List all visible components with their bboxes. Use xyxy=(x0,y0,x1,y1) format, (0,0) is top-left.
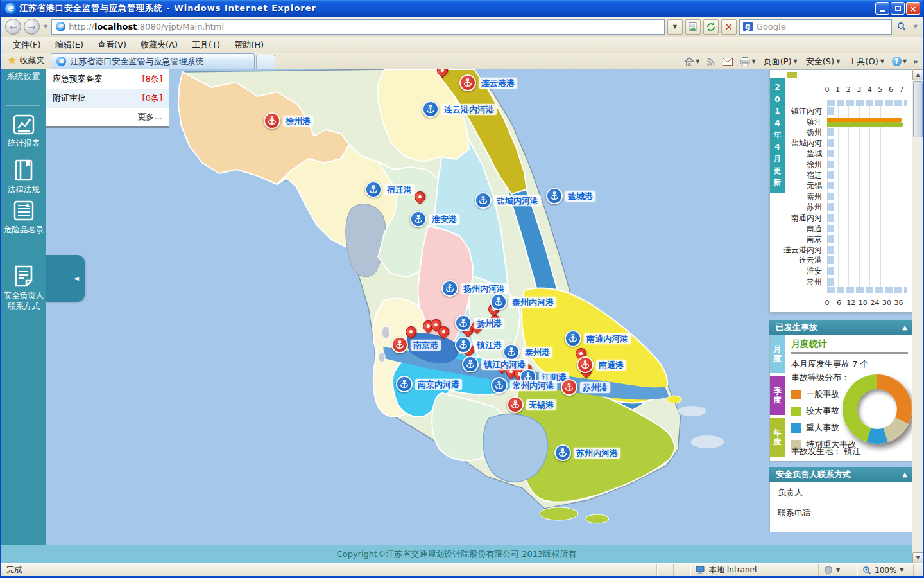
port-label: 苏州内河港 xyxy=(574,448,620,459)
active-tab[interactable]: e 江苏省港口安全监管与应急管理系统 xyxy=(51,53,255,69)
sidebar-item-2[interactable]: 危险品名录 xyxy=(1,200,46,235)
port-label: 南京内河港 xyxy=(415,379,462,390)
port-marker[interactable]: 南通港 xyxy=(577,356,626,373)
axis-tick-label: 5 xyxy=(878,85,882,94)
search-placeholder: Google xyxy=(757,22,786,31)
chart-category-label: 苏州 xyxy=(770,202,825,213)
home-button[interactable]: ▼ xyxy=(681,56,702,67)
url-dropdown-button[interactable]: ▼ xyxy=(667,19,683,35)
port-marker[interactable]: 宿迁港 xyxy=(365,181,415,198)
port-marker[interactable]: 盐城内河港 xyxy=(475,192,541,209)
menu-item-4[interactable]: 工具(T) xyxy=(185,37,227,53)
period-tab-1[interactable]: 季度 xyxy=(770,376,785,415)
period-tab-0[interactable]: 月度 xyxy=(770,335,785,373)
collapse-up-icon[interactable]: ▲ xyxy=(902,471,907,478)
tab-favicon: e xyxy=(56,57,66,66)
close-button[interactable]: × xyxy=(906,2,920,15)
port-marker[interactable]: 南通内河港 xyxy=(565,330,631,347)
quick-link-row-0[interactable]: 应急预案备案[8条] xyxy=(46,69,169,89)
legend-swatch xyxy=(791,423,801,433)
sidebar-item-1[interactable]: 法律法规 xyxy=(1,159,46,195)
restore-button[interactable] xyxy=(891,2,905,15)
row-stub xyxy=(827,128,834,136)
incident-donut-chart xyxy=(843,374,912,444)
history-dropdown-icon[interactable]: ▼ xyxy=(44,24,47,30)
scroll-up-arrow[interactable]: ▲ xyxy=(912,69,923,80)
port-marker[interactable]: 常州内河港 xyxy=(491,377,557,394)
period-tab-2[interactable]: 年度 xyxy=(770,418,785,457)
page-scrollbar[interactable]: ▲ ▼ xyxy=(912,69,923,563)
row-stub xyxy=(827,246,834,254)
safety-menu-button[interactable]: 安全(S)▼ xyxy=(803,55,844,69)
search-options-dropdown-icon[interactable]: ▼ xyxy=(914,24,918,30)
port-marker[interactable]: 镇江内河港 xyxy=(462,356,528,372)
sidebar-collapse-tab[interactable]: ◄ xyxy=(46,255,85,302)
axis-tick-label: 1 xyxy=(835,85,840,94)
feeds-button[interactable] xyxy=(704,56,718,67)
port-marker[interactable]: 徐州港 xyxy=(264,112,313,129)
port-marker[interactable]: 淮安港 xyxy=(410,211,459,227)
forward-button[interactable]: → xyxy=(24,19,40,35)
url-field[interactable]: e http://localhost:8080/yjpt/Main.html xyxy=(51,19,665,35)
port-marker[interactable]: 苏州港 xyxy=(561,379,610,396)
port-marker[interactable]: 连云港港 xyxy=(459,74,517,91)
zoom-control[interactable]: 100% ▼ xyxy=(857,564,914,576)
port-marker[interactable]: 连云港内河港 xyxy=(422,101,497,118)
favorites-button[interactable]: ★ 收藏夹 xyxy=(1,53,51,69)
stop-button[interactable]: ✕ xyxy=(721,19,737,35)
port-marker[interactable]: 盐城港 xyxy=(546,188,595,204)
port-marker[interactable]: 无锡港 xyxy=(507,396,556,413)
minimize-button[interactable] xyxy=(875,2,889,15)
sidebar-item-system-settings[interactable]: 系统设置 xyxy=(1,69,46,82)
sidebar-item-label: 危险品名录 xyxy=(1,224,46,235)
menu-item-5[interactable]: 帮助(H) xyxy=(228,37,270,53)
menu-item-0[interactable]: 文件(F) xyxy=(6,37,47,53)
menu-item-3[interactable]: 收藏夹(A) xyxy=(134,37,184,53)
page-menu-button[interactable]: 页面(P)▼ xyxy=(760,55,801,69)
url-text: http://localhost:8080/yjpt/Main.html xyxy=(69,22,224,31)
resize-grip[interactable] xyxy=(914,564,923,576)
scrollbar-thumb[interactable] xyxy=(913,81,923,137)
scroll-down-arrow[interactable]: ▼ xyxy=(912,552,923,563)
security-zone: 本地 Intranet xyxy=(690,564,819,576)
chart-category-label: 无锡 xyxy=(770,180,825,191)
axis-tick-label: 7 xyxy=(899,85,903,94)
port-marker[interactable]: 扬州港 xyxy=(455,315,504,331)
collapse-up-icon[interactable]: ▲ xyxy=(902,324,907,331)
ie-icon: e xyxy=(5,3,16,14)
menu-item-2[interactable]: 查看(V) xyxy=(91,37,133,53)
print-button[interactable]: ▼ xyxy=(737,56,758,67)
row-stub xyxy=(827,267,834,275)
contact-panel-header[interactable]: 安全负责人联系方式 ▲ xyxy=(769,467,914,482)
toolbar-overflow-chevron[interactable]: » xyxy=(911,57,920,66)
quick-link-label: 应急预案备案 xyxy=(53,73,103,85)
axis-tick-label: 0 xyxy=(825,85,830,94)
chart-plot-area xyxy=(827,100,907,293)
anchor-icon xyxy=(507,396,524,413)
port-marker[interactable]: 镇江港 xyxy=(455,337,504,353)
refresh-button[interactable] xyxy=(703,19,719,35)
port-label: 宿迁港 xyxy=(384,184,415,195)
tools-menu-button[interactable]: 工具(O)▼ xyxy=(845,55,887,69)
sidebar-item-0[interactable]: 统计报表 xyxy=(1,114,46,148)
port-marker[interactable]: 泰州内河港 xyxy=(490,293,556,310)
new-tab-stub[interactable] xyxy=(256,55,275,69)
more-link[interactable]: 更多... xyxy=(46,108,169,126)
quick-link-row-1[interactable]: 附证审批[0条] xyxy=(46,89,169,108)
port-marker[interactable]: 南京港 xyxy=(391,337,441,353)
port-label: 连云港内河港 xyxy=(441,104,497,115)
protected-mode-button[interactable]: ▼ xyxy=(819,564,857,576)
read-mail-button[interactable] xyxy=(720,57,735,67)
compatibility-view-button[interactable] xyxy=(685,19,701,35)
help-menu-button[interactable]: ?▼ xyxy=(889,55,909,67)
search-box[interactable]: g Google xyxy=(739,19,892,35)
incidents-panel-header[interactable]: 已发生事故 ▲ xyxy=(769,320,914,335)
back-button[interactable]: ← xyxy=(5,19,21,35)
port-marker[interactable]: 苏州内河港 xyxy=(554,444,620,461)
chart-category-label: 宿迁 xyxy=(770,170,825,181)
menu-item-1[interactable]: 编辑(E) xyxy=(49,37,90,53)
sidebar-item-3[interactable]: 安全负责人联系方式 xyxy=(1,265,46,311)
anchor-icon xyxy=(410,211,427,227)
port-marker[interactable]: 南京内河港 xyxy=(396,376,462,392)
search-go-button[interactable] xyxy=(894,19,910,35)
